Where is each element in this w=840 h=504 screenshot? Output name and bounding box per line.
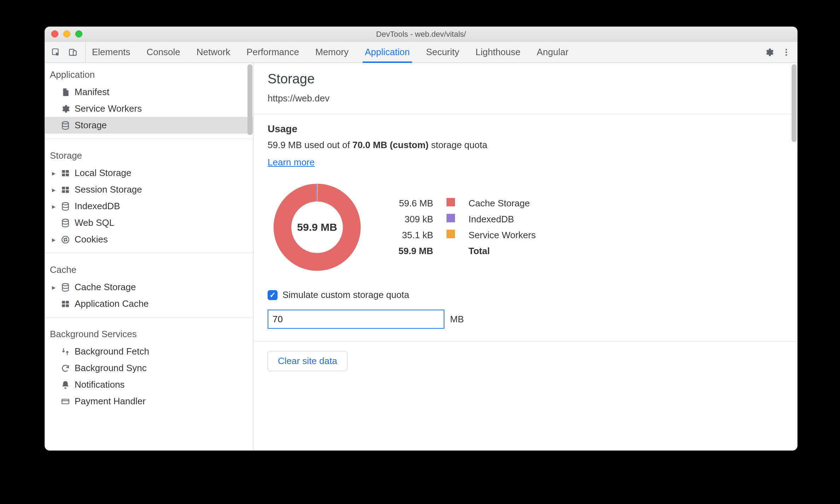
sidebar-item-cookies[interactable]: ▸Cookies <box>45 231 253 248</box>
donut-center-label: 59.9 MB <box>268 178 367 277</box>
zoom-window-button[interactable] <box>75 30 82 37</box>
tab-application[interactable]: Application <box>365 42 410 63</box>
pane-title: Storage <box>268 71 783 87</box>
disclosure-triangle-icon[interactable]: ▸ <box>51 283 57 292</box>
sidebar-section-title: Background Services <box>45 322 253 343</box>
svg-point-3 <box>786 49 787 50</box>
sidebar-item-label: Local Storage <box>75 168 131 178</box>
settings-icon[interactable] <box>763 46 775 58</box>
svg-point-15 <box>62 203 68 205</box>
usage-line-post: storage quota <box>428 140 487 150</box>
database-icon <box>60 282 70 292</box>
content-scrollbar[interactable] <box>792 64 797 142</box>
learn-more-link[interactable]: Learn more <box>268 157 315 168</box>
sidebar-item-manifest[interactable]: ▸Manifest <box>45 84 253 100</box>
tab-console[interactable]: Console <box>146 42 180 63</box>
sidebar-item-local-storage[interactable]: ▸Local Storage <box>45 165 253 181</box>
simulate-quota-row[interactable]: ✓ Simulate custom storage quota <box>268 289 783 300</box>
sidebar-item-cache-storage[interactable]: ▸Cache Storage <box>45 279 253 295</box>
sidebar-item-label: Web SQL <box>75 217 114 228</box>
clear-site-data-button[interactable]: Clear site data <box>268 351 348 371</box>
usage-section: Usage 59.9 MB used out of 70.0 MB (custo… <box>253 114 797 341</box>
legend-label: IndexedDB <box>462 212 542 227</box>
sidebar-item-notifications[interactable]: ▸Notifications <box>45 376 253 393</box>
sidebar-item-indexeddb[interactable]: ▸IndexedDB <box>45 198 253 215</box>
sidebar-item-service-workers[interactable]: ▸Service Workers <box>45 100 253 117</box>
disclosure-triangle-icon[interactable]: ▸ <box>51 169 57 177</box>
svg-point-4 <box>786 51 787 53</box>
usage-summary-line: 59.9 MB used out of 70.0 MB (custom) sto… <box>268 140 783 151</box>
disclosure-triangle-icon[interactable]: ▸ <box>51 186 57 194</box>
svg-rect-11 <box>62 187 65 189</box>
kebab-menu-icon[interactable] <box>780 46 792 58</box>
sidebar-section-title: Storage <box>45 144 253 165</box>
sidebar-item-label: Session Storage <box>75 184 142 195</box>
close-window-button[interactable] <box>51 30 58 37</box>
sidebar-scrollbar[interactable] <box>247 64 252 135</box>
grid-icon <box>60 299 70 309</box>
storage-pane: Storage https://web.dev Usage 59.9 MB us… <box>253 63 797 450</box>
svg-point-16 <box>62 219 68 222</box>
tabstrip-right-icons <box>757 42 792 63</box>
simulate-quota-label: Simulate custom storage quota <box>282 289 409 300</box>
sidebar-item-label: Cookies <box>75 234 108 245</box>
devtools-window: DevTools - web.dev/vitals/ Eleme <box>45 27 798 451</box>
svg-rect-23 <box>62 301 65 304</box>
quota-input[interactable] <box>268 310 444 329</box>
application-sidebar: Application▸Manifest▸Service Workers▸Sto… <box>45 63 253 450</box>
svg-rect-27 <box>62 399 69 404</box>
sidebar-item-label: Payment Handler <box>75 396 146 407</box>
sidebar-item-background-fetch[interactable]: ▸Background Fetch <box>45 343 253 360</box>
tab-angular[interactable]: Angular <box>537 42 568 63</box>
inspect-element-icon[interactable] <box>50 46 62 58</box>
device-toolbar-icon[interactable] <box>67 46 79 58</box>
sidebar-section-title: Cache <box>45 258 253 279</box>
card-icon <box>60 397 70 406</box>
sidebar-item-background-sync[interactable]: ▸Background Sync <box>45 360 253 376</box>
database-icon <box>60 201 70 211</box>
legend-total-value: 59.9 MB <box>392 244 439 259</box>
svg-rect-14 <box>66 190 69 193</box>
svg-rect-26 <box>66 304 69 307</box>
tab-security[interactable]: Security <box>426 42 459 63</box>
svg-rect-24 <box>66 301 69 304</box>
sidebar-item-web-sql[interactable]: ▸Web SQL <box>45 215 253 231</box>
sidebar-item-storage[interactable]: ▸Storage <box>45 117 253 134</box>
disclosure-triangle-icon[interactable]: ▸ <box>51 235 57 244</box>
sidebar-item-application-cache[interactable]: ▸Application Cache <box>45 295 253 312</box>
sync-icon <box>60 363 70 373</box>
legend-row: 309 kBIndexedDB <box>392 212 542 227</box>
file-icon <box>60 87 70 97</box>
sidebar-item-payment-handler[interactable]: ▸Payment Handler <box>45 393 253 410</box>
sidebar-item-session-storage[interactable]: ▸Session Storage <box>45 181 253 198</box>
tab-lighthouse[interactable]: Lighthouse <box>476 42 520 63</box>
simulate-quota-checkbox[interactable]: ✓ <box>268 290 278 300</box>
tab-performance[interactable]: Performance <box>246 42 299 63</box>
window-title: DevTools - web.dev/vitals/ <box>376 30 466 39</box>
svg-point-21 <box>66 240 67 241</box>
usage-line-pre: 59.9 MB used out of <box>268 140 352 150</box>
minimize-window-button[interactable] <box>63 30 70 37</box>
grid-icon <box>60 185 70 195</box>
legend-row: 35.1 kBService Workers <box>392 228 542 243</box>
svg-point-19 <box>66 238 67 239</box>
svg-rect-8 <box>66 170 69 173</box>
legend-swatch <box>440 196 461 211</box>
sidebar-item-label: Background Sync <box>75 363 147 374</box>
sidebar-item-label: Service Workers <box>75 103 142 114</box>
svg-point-6 <box>62 122 68 124</box>
sidebar-item-label: Cache Storage <box>75 282 136 293</box>
disclosure-triangle-icon[interactable]: ▸ <box>51 202 57 211</box>
legend-total-label: Total <box>462 244 542 259</box>
legend-value: 35.1 kB <box>392 228 439 243</box>
legend-total-row: 59.9 MBTotal <box>392 244 542 259</box>
tab-memory[interactable]: Memory <box>315 42 349 63</box>
sidebar-item-label: Manifest <box>75 87 109 98</box>
tabstrip-left-icons <box>50 42 86 63</box>
tab-elements[interactable]: Elements <box>92 42 130 63</box>
usage-legend: 59.6 MBCache Storage309 kBIndexedDB35.1 … <box>391 195 543 259</box>
sidebar-item-label: IndexedDB <box>75 201 120 212</box>
tab-network[interactable]: Network <box>197 42 230 63</box>
svg-rect-7 <box>62 170 65 173</box>
traffic-lights <box>51 30 82 37</box>
